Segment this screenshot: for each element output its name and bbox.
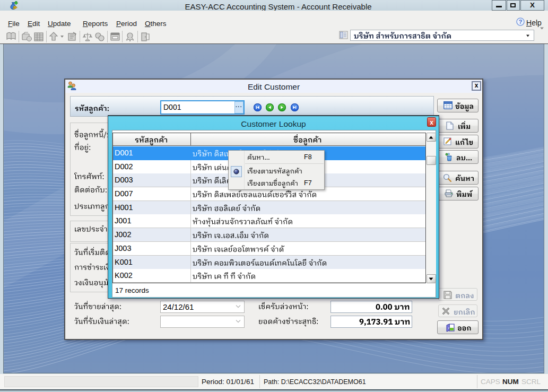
svg-text:?: ?	[519, 19, 523, 25]
svg-text:x: x	[430, 119, 433, 126]
